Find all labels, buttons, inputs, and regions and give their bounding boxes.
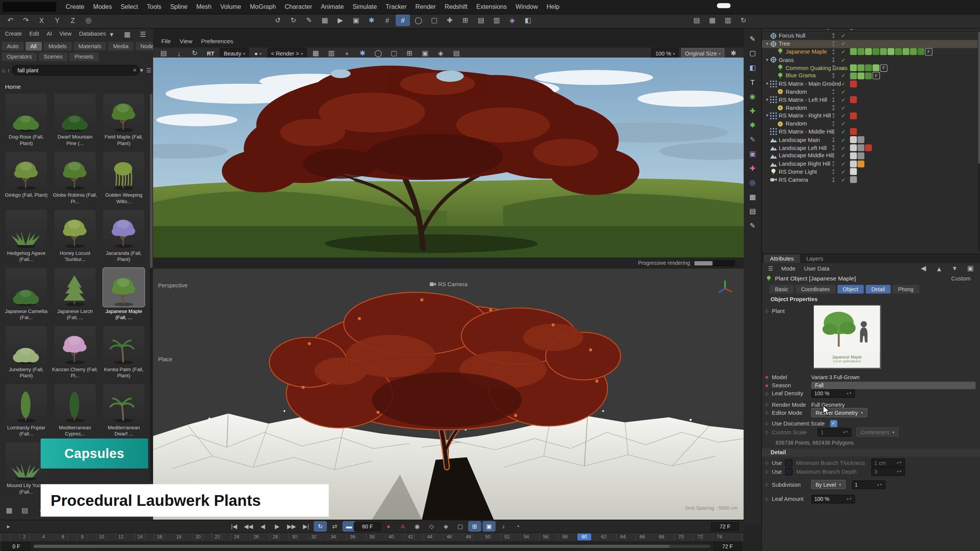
asset-item[interactable]: Juneberry (Fall, Plant) [2, 326, 51, 379]
render-view-button[interactable]: ▶ [333, 15, 348, 26]
tab-view[interactable]: View [175, 37, 197, 44]
min-branch-field[interactable]: 1 cm▲▼ [871, 458, 905, 467]
parameter-key-button[interactable]: ⊞ [468, 521, 481, 532]
browser-menu-icon[interactable]: ☰ [146, 67, 151, 73]
perspective-viewport[interactable]: Perspective RS Camera Place Grid Spacing… [153, 269, 744, 520]
keyframe-marker-icon[interactable]: ◇ [762, 308, 772, 313]
pingpong-button[interactable]: ⇄ [328, 521, 341, 532]
simulation-tool-icon[interactable]: ◎ [745, 177, 760, 189]
footer-grid-icon[interactable]: ▦ [2, 505, 16, 517]
asset-item[interactable]: Mediterranean Cypres... [51, 384, 99, 437]
object-row-rs-matrix-middle-hill[interactable]: RS Matrix - Middle Hill✓ [762, 128, 977, 136]
coordinate-system-button[interactable]: ◎ [81, 15, 96, 26]
asset-item[interactable]: Jacaranda (Fall, Plant) [100, 210, 148, 263]
rectangle-tool-icon[interactable]: ▢ [745, 47, 760, 59]
asset-item[interactable]: Golden Weeping Willo... [100, 152, 148, 205]
rotate-left-icon[interactable]: ↺ [271, 15, 285, 26]
object-row-rs-matrix-main-ground[interactable]: ▾RS Matrix - Main Ground✓ [762, 80, 977, 88]
current-frame-field[interactable]: 60 F [354, 522, 381, 531]
autokey-button[interactable]: A [396, 521, 409, 532]
record-button[interactable]: ● [382, 521, 395, 532]
object-row-random[interactable]: Random✓ [762, 104, 977, 112]
object-row-landscape-left-hill[interactable]: Landscape Left Hill✓ [762, 144, 977, 152]
grid-view-icon[interactable]: ▦ [120, 29, 134, 41]
config-icon[interactable]: ▾ [947, 262, 962, 274]
tab-view[interactable]: View [56, 29, 75, 38]
season-dropdown[interactable]: Fall [811, 381, 975, 389]
range-end-field[interactable]: 72 F [714, 542, 741, 551]
axis-button[interactable]: ✚ [443, 15, 457, 26]
menu-create[interactable]: Create [61, 0, 89, 14]
mesh-icon[interactable]: ▦ [317, 15, 332, 26]
asset-item[interactable]: Field Maple (Fall, Plant) [100, 94, 148, 147]
range-slider[interactable] [34, 545, 710, 548]
object-row-random[interactable]: Random✓ [762, 120, 977, 128]
draw-tool-icon[interactable]: ✎ [745, 220, 760, 232]
ik-button[interactable]: ⊞ [458, 15, 473, 26]
mode-menu[interactable]: Mode [777, 265, 800, 271]
app-logo[interactable] [3, 2, 56, 12]
up-icon[interactable]: ▲ [932, 262, 946, 274]
sphere-tool-icon[interactable]: ◉ [745, 91, 760, 103]
rotate-right-icon[interactable]: ↻ [286, 15, 301, 26]
end-frame-field[interactable]: 72 F [711, 522, 739, 531]
tab-auto[interactable]: Auto [2, 42, 23, 51]
object-row-random[interactable]: Random✓ [762, 88, 977, 96]
detail-section-header[interactable]: Detail [762, 448, 980, 456]
axis-tool-icon[interactable]: ✚ [745, 162, 760, 174]
object-row-grass[interactable]: ▾Grass✓ [762, 56, 977, 64]
menu-window[interactable]: Window [511, 0, 542, 14]
asset-item[interactable]: Globe Robinia (Fall, Pl... [51, 152, 99, 205]
asset-item[interactable]: Japanese Larch (Fall, ... [51, 268, 99, 321]
editor-mode-dropdown[interactable]: Render Geometry▾ [811, 408, 867, 417]
model-value[interactable]: Variant 3 Full-Grown [811, 374, 859, 380]
user-data-menu[interactable]: User Data [800, 265, 834, 271]
tab-file[interactable]: File [157, 37, 175, 44]
tab-layers[interactable]: Layers [800, 254, 830, 263]
menu-volume[interactable]: Volume [216, 0, 245, 14]
mograph-button[interactable]: ◈ [505, 15, 519, 26]
layout-3-button[interactable]: ▥ [720, 15, 735, 26]
tab-nodes[interactable]: Nodes [136, 42, 154, 51]
scale-key-button[interactable]: ◈ [439, 521, 452, 532]
asset-item[interactable]: Kanzan Cherry (Fall, Pl... [51, 326, 99, 379]
leaf-amount-field[interactable]: 100 %▲▼ [811, 494, 855, 503]
max-branch-checkbox[interactable] [785, 468, 793, 475]
menu-select[interactable]: Select [116, 0, 142, 14]
tab-create[interactable]: Create [1, 29, 26, 38]
playhead[interactable]: 60 [577, 533, 591, 540]
interactive-render-button[interactable]: ✱ [364, 15, 379, 26]
asset-item[interactable]: Lombardy Poplar (Fall... [2, 384, 51, 437]
attr-tab-phong[interactable]: Phong [892, 285, 919, 293]
up-icon[interactable]: ↑ [7, 67, 10, 73]
attr-tab-basic[interactable]: Basic [769, 285, 794, 293]
rotation-key-button[interactable]: ▢ [454, 521, 467, 532]
attr-tab-coordinates[interactable]: Coordinates [795, 285, 835, 293]
tab-preferences[interactable]: Preferences [197, 37, 238, 44]
menu-extensions[interactable]: Extensions [472, 0, 511, 14]
menu-render[interactable]: Render [411, 0, 440, 14]
tab-media[interactable]: Media [108, 42, 134, 51]
rt-toggle-button[interactable]: RT [204, 49, 217, 58]
clear-search-icon[interactable]: ✕ [133, 67, 137, 73]
loop-mode-button[interactable]: ↻ [314, 521, 327, 532]
menu-character[interactable]: Character [280, 0, 317, 14]
object-row-landscape-middle-hill[interactable]: Landscape Middle Hill✓ [762, 152, 977, 160]
breadcrumb[interactable]: Home [5, 83, 21, 90]
object-row-rs-dome-light[interactable]: RS Dome Light✓ [762, 168, 977, 176]
deformer-tool-icon[interactable]: ✎ [745, 134, 760, 145]
tab-attributes[interactable]: Attributes [764, 254, 800, 263]
asset-item[interactable]: Dwarf Mountain Pine (... [51, 94, 99, 147]
footer-list-icon[interactable]: ▤ [18, 505, 32, 517]
workplane-button[interactable]: ◯ [411, 15, 426, 26]
plant-tool-icon[interactable]: ✚ [745, 105, 760, 117]
grid-button[interactable]: # [380, 15, 395, 26]
next-frame-button[interactable]: ▶▶ [285, 521, 298, 532]
search-input[interactable] [12, 65, 140, 76]
rate-button[interactable]: ◔ [511, 521, 524, 532]
object-row-tree[interactable]: ▾Tree✓ [762, 40, 977, 48]
goto-start-button[interactable]: |◀ [227, 521, 240, 532]
generator-tool-icon[interactable]: ✱ [745, 119, 760, 131]
object-row-japanese-maple[interactable]: Japanese Maple✓F [762, 48, 977, 56]
prev-key-button[interactable]: ◀◀ [242, 521, 255, 532]
